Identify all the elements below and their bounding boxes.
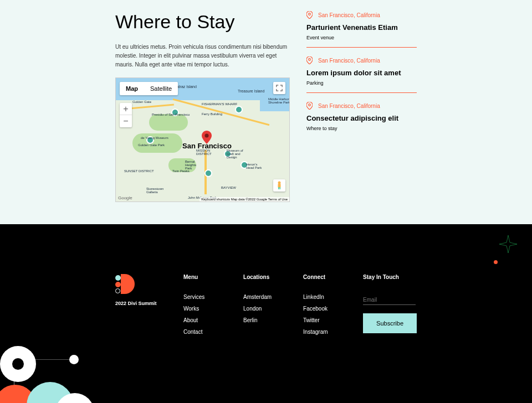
footer: 2022 Divi Summit Menu Services Works Abo… <box>0 224 532 403</box>
map-credits: Keyboard shortcuts Map data ©2022 Google… <box>200 197 289 202</box>
page-description: Ut eu ultricies metus. Proin vehicula ri… <box>115 43 290 69</box>
location-title[interactable]: Lorem ipsum dolor sit amet <box>306 69 417 77</box>
footer-link-works[interactable]: Works <box>183 306 228 312</box>
svg-point-1 <box>278 182 281 184</box>
footer-link-berlin[interactable]: Berlin <box>243 317 288 323</box>
location-title[interactable]: Parturient Venenatis Etiam <box>306 23 417 32</box>
svg-point-5 <box>309 13 311 16</box>
location-type: Where to stay <box>306 126 417 131</box>
map-type-tabs: Map Satellite <box>120 82 178 95</box>
footer-brand: 2022 Divi Summit <box>115 301 168 306</box>
email-input[interactable] <box>363 295 416 305</box>
subscribe-button[interactable]: Subscribe <box>363 313 417 333</box>
decorative-dot <box>494 260 498 264</box>
footer-connect-heading: Connect <box>303 274 347 280</box>
footer-link-instagram[interactable]: Instagram <box>303 329 347 335</box>
map-tab-map[interactable]: Map <box>120 82 144 95</box>
footer-link-linkedin[interactable]: LinkedIn <box>303 294 347 300</box>
location-title[interactable]: Consectetur adipiscing elit <box>306 114 417 122</box>
location-pin-icon <box>306 11 313 19</box>
footer-menu-heading: Menu <box>183 274 228 280</box>
location-city: San Francisco, California <box>318 12 380 18</box>
location-item: San Francisco, California Consectetur ad… <box>306 102 417 138</box>
svg-rect-2 <box>278 184 281 188</box>
map-zoom-controls: + − <box>120 103 132 127</box>
svg-rect-4 <box>280 187 281 189</box>
footer-link-twitter[interactable]: Twitter <box>303 317 347 323</box>
map[interactable]: Alcatraz Island Treasure Island Golden G… <box>115 78 290 202</box>
zoom-out-button[interactable]: − <box>120 115 132 127</box>
location-city: San Francisco, California <box>318 58 380 64</box>
page-title: Where to Stay <box>115 11 290 33</box>
footer-link-london[interactable]: London <box>243 306 288 312</box>
fullscreen-button[interactable] <box>273 82 285 94</box>
svg-point-6 <box>309 59 311 61</box>
svg-point-7 <box>309 104 311 106</box>
svg-rect-3 <box>278 187 279 189</box>
location-pin-icon <box>306 56 313 64</box>
map-center-label: San Francisco <box>182 142 232 150</box>
footer-locations-heading: Locations <box>243 274 288 280</box>
map-tab-satellite[interactable]: Satellite <box>144 82 178 95</box>
fullscreen-icon <box>276 85 283 91</box>
zoom-in-button[interactable]: + <box>120 103 132 115</box>
location-item: San Francisco, California Parturient Ven… <box>306 11 417 48</box>
location-type: Event venue <box>306 35 417 40</box>
footer-link-services[interactable]: Services <box>183 294 228 300</box>
location-item: San Francisco, California Lorem ipsum do… <box>306 56 417 93</box>
footer-link-amsterdam[interactable]: Amsterdam <box>243 294 288 300</box>
footer-link-contact[interactable]: Contact <box>183 329 228 335</box>
location-pin-icon <box>306 102 313 110</box>
location-city: San Francisco, California <box>318 103 380 109</box>
pegman-button[interactable] <box>273 179 285 192</box>
footer-touch-heading: Stay In Touch <box>363 274 417 280</box>
footer-link-about[interactable]: About <box>183 317 228 323</box>
location-type: Parking <box>306 80 417 86</box>
footer-logo <box>115 274 168 294</box>
footer-link-facebook[interactable]: Facebook <box>303 306 347 312</box>
sparkle-icon <box>498 234 518 256</box>
svg-point-0 <box>205 134 209 138</box>
map-google-logo: Google <box>118 195 132 200</box>
